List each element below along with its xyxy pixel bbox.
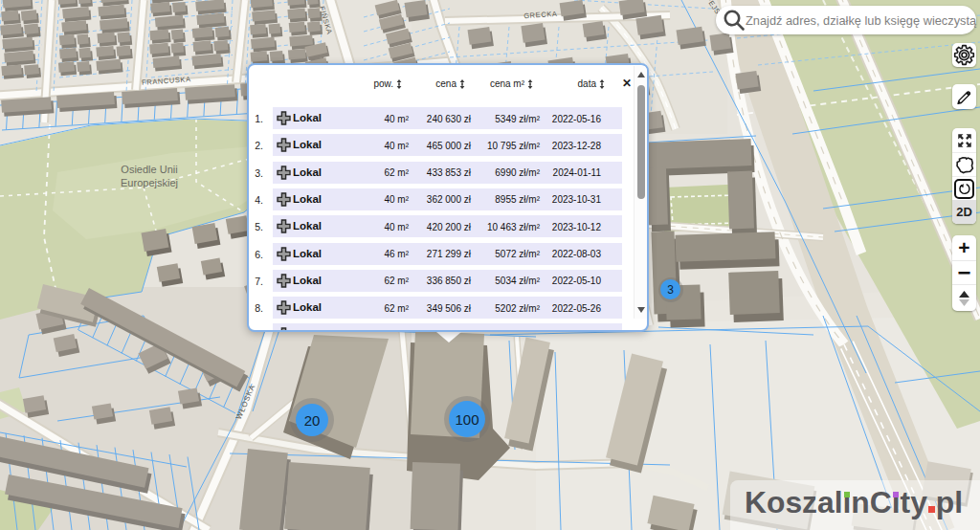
svg-text:Osiedle Unii: Osiedle Unii bbox=[121, 164, 177, 175]
svg-text:Europejskiej: Europejskiej bbox=[121, 177, 178, 188]
